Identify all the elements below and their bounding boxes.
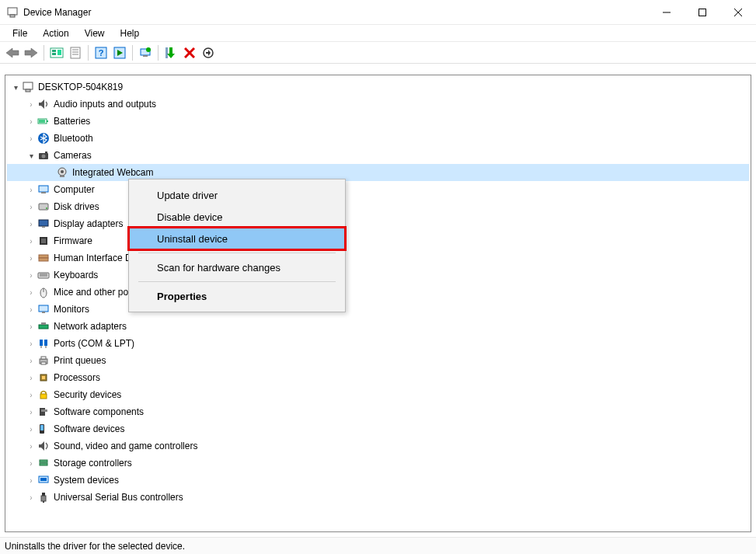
tree-item-storage[interactable]: ›Storage controllers [7, 455, 749, 472]
expand-arrow-icon[interactable]: › [26, 254, 37, 263]
svg-rect-50 [41, 239, 46, 243]
tree-item-ports[interactable]: ›Ports (COM & LPT) [7, 335, 749, 352]
tree-item-speaker[interactable]: ›Audio inputs and outputs [7, 96, 749, 113]
show-hidden-button[interactable] [47, 44, 66, 62]
expand-arrow-icon[interactable]: › [26, 305, 37, 314]
context-uninstall-device[interactable]: Uninstall device [129, 228, 345, 249]
tree-item-label: Monitors [54, 304, 96, 315]
minimize-button[interactable] [649, 0, 685, 25]
expand-arrow-icon[interactable]: › [26, 357, 37, 365]
context-item-label: Disable device [157, 211, 223, 223]
menu-file[interactable]: File [5, 28, 35, 39]
tree-child-webcam[interactable]: Integrated Webcam [7, 164, 749, 181]
tree-item-swdev[interactable]: ›Software devices [7, 420, 749, 437]
uninstall-button[interactable] [180, 44, 199, 62]
context-properties[interactable]: Properties [129, 285, 345, 307]
expand-arrow-icon[interactable]: › [26, 117, 37, 126]
context-item-label: Scan for hardware changes [157, 262, 280, 274]
display-icon [37, 217, 51, 231]
expand-arrow-icon[interactable]: › [26, 425, 37, 434]
tree-item-bluetooth[interactable]: ›Bluetooth [7, 130, 749, 147]
close-button[interactable] [720, 0, 756, 25]
expand-arrow-icon[interactable]: › [26, 391, 37, 399]
system-icon [37, 473, 51, 487]
svg-rect-30 [23, 82, 33, 89]
expand-arrow-icon[interactable]: › [26, 340, 37, 348]
tree-item-hid[interactable]: ›Human Interface Devices [7, 249, 749, 267]
expand-arrow-icon[interactable]: › [26, 186, 37, 194]
update-driver-button[interactable] [136, 44, 155, 62]
context-disable-device[interactable]: Disable device [129, 206, 345, 228]
context-scan-for-hardware-changes[interactable]: Scan for hardware changes [129, 256, 345, 278]
scan-action-button[interactable] [110, 44, 129, 62]
expand-arrow-icon[interactable]: › [26, 203, 37, 211]
expand-arrow-icon[interactable]: › [26, 288, 37, 297]
tree-item-label: Bluetooth [54, 133, 99, 144]
help-button[interactable]: ? [92, 44, 110, 62]
status-text: Uninstalls the driver for the selected d… [5, 541, 185, 552]
device-tree[interactable]: ▾ DESKTOP-504K819 ›Audio inputs and outp… [5, 75, 751, 532]
maximize-button[interactable] [685, 0, 720, 25]
expand-arrow-icon[interactable]: › [26, 134, 37, 143]
tree-root-label: DESKTOP-504K819 [38, 82, 129, 92]
tree-item-printer[interactable]: ›Print queues [7, 352, 749, 369]
expand-arrow-icon[interactable]: › [26, 408, 37, 416]
svg-marker-24 [167, 54, 175, 58]
tree-item-sound[interactable]: ›Sound, video and game controllers [7, 437, 749, 455]
expand-arrow-icon[interactable]: › [26, 374, 37, 382]
tree-item-disk[interactable]: ›Disk drives [7, 198, 749, 215]
expand-arrow-icon[interactable]: › [26, 493, 37, 502]
svg-rect-44 [41, 192, 46, 193]
expand-arrow-icon[interactable]: ▾ [10, 83, 21, 92]
back-button[interactable] [3, 44, 22, 62]
svg-rect-81 [42, 493, 45, 496]
tree-item-cpu[interactable]: ›Processors [7, 369, 749, 386]
tree-item-battery[interactable]: ›Batteries [7, 113, 749, 130]
tree-item-firmware[interactable]: ›Firmware [7, 232, 749, 249]
menu-help[interactable]: Help [113, 28, 148, 39]
svg-marker-7 [25, 48, 37, 57]
expand-arrow-icon[interactable]: › [26, 322, 37, 331]
svg-marker-6 [6, 48, 19, 57]
keyboard-icon [37, 268, 51, 282]
menu-action[interactable]: Action [35, 28, 76, 39]
expand-arrow-icon[interactable]: › [26, 271, 37, 280]
expand-arrow-icon[interactable]: › [26, 100, 37, 109]
tree-item-label: System devices [54, 475, 125, 486]
svg-rect-73 [41, 409, 47, 412]
firmware-icon [37, 234, 51, 248]
expand-arrow-icon[interactable]: ▾ [26, 152, 37, 160]
tree-item-label: Audio inputs and outputs [54, 99, 162, 110]
tree-item-label: Batteries [54, 116, 96, 127]
tree-item-label: Print queues [54, 355, 112, 366]
tree-item-label: Keyboards [54, 270, 104, 280]
svg-rect-75 [40, 425, 44, 430]
enable-button[interactable] [162, 44, 180, 62]
menu-view[interactable]: View [77, 28, 113, 39]
tree-item-keyboard[interactable]: ›Keyboards [7, 267, 749, 284]
properties-button[interactable] [66, 44, 85, 62]
tree-item-monitor[interactable]: ›Monitors [7, 301, 749, 318]
tree-item-usb[interactable]: ›Universal Serial Bus controllers [7, 489, 749, 506]
scan-hardware-button[interactable] [199, 44, 218, 62]
tree-item-camera[interactable]: ▾Cameras [7, 147, 749, 164]
svg-point-38 [42, 155, 46, 159]
tree-item-mouse[interactable]: ›Mice and other pointing devices [7, 284, 749, 301]
tree-item-display[interactable]: ›Display adapters [7, 215, 749, 232]
svg-rect-31 [26, 89, 30, 92]
monitor-icon [37, 302, 51, 316]
expand-arrow-icon[interactable]: › [26, 476, 37, 485]
tree-root[interactable]: ▾ DESKTOP-504K819 [7, 78, 749, 96]
forward-button[interactable] [22, 44, 40, 62]
window-title: Device Manager [23, 7, 91, 18]
expand-arrow-icon[interactable]: › [26, 442, 37, 451]
tree-item-security[interactable]: ›Security devices [7, 386, 749, 403]
expand-arrow-icon[interactable]: › [26, 237, 37, 246]
tree-item-network[interactable]: ›Network adapters [7, 318, 749, 335]
tree-item-swcomp[interactable]: ›Software components [7, 403, 749, 420]
context-update-driver[interactable]: Update driver [129, 184, 345, 206]
expand-arrow-icon[interactable]: › [26, 459, 37, 468]
tree-item-computer[interactable]: ›Computer [7, 181, 749, 198]
expand-arrow-icon[interactable]: › [26, 220, 37, 228]
tree-item-system[interactable]: ›System devices [7, 472, 749, 489]
